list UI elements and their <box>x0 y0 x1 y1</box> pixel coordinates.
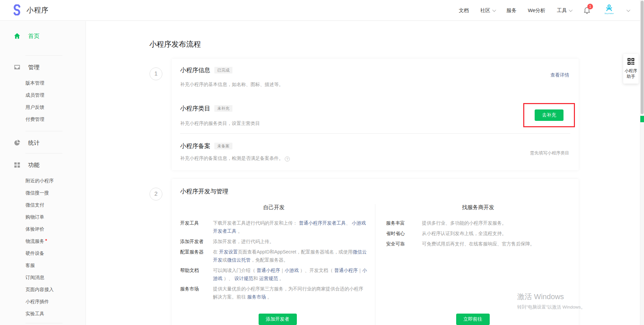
sidebar-item-home[interactable]: 首页 <box>0 30 86 42</box>
column-header-self-dev: 自己开发 <box>180 204 368 212</box>
step-number-2: 2 <box>150 188 162 200</box>
item-desc: 补充小程序的备案信息，检测是否满足备案条件。? <box>180 155 290 161</box>
assistant-panel[interactable]: 小程序 助手 <box>623 54 639 84</box>
top-bar: 小程序 文档 社区 服务 We分析 工具 1 Skychaker <box>0 0 644 21</box>
inline-link[interactable]: 普通小程序开发者工具 <box>299 220 346 226</box>
sidebar-item-experimental-tools[interactable]: 实验工具 <box>0 308 86 320</box>
sidebar-item-wechat-pay[interactable]: 微信支付 <box>0 199 86 211</box>
go-now-button[interactable]: 立即前往 <box>456 314 490 325</box>
sidebar-item-miniprogram-plugins[interactable]: 小程序插件 <box>0 296 86 308</box>
new-badge-dot <box>45 239 47 241</box>
page-title: 小程序发布流程 <box>149 39 201 49</box>
row-label: 省时省心 <box>386 229 422 237</box>
sidebar-divider <box>25 131 62 131</box>
help-icon[interactable]: ? <box>285 156 290 161</box>
sidebar-item-hardware-devices[interactable]: 硬件设备 <box>0 247 86 260</box>
inline-link[interactable]: 普通小程序 <box>334 268 358 273</box>
sidebar-section-features[interactable]: 功能 <box>0 159 86 171</box>
inline-link[interactable]: 普通小程序 <box>257 268 280 273</box>
scrollbar-green-marker <box>640 116 644 122</box>
sidebar-item-nearby-miniprograms[interactable]: 附近的小程序 <box>0 175 86 187</box>
add-developer-button[interactable]: 添加开发者 <box>259 314 297 325</box>
nav-service[interactable]: 服务 <box>506 7 517 14</box>
nav-community[interactable]: 社区 <box>480 7 495 14</box>
row-text: 提供多行业、多功能的小程序开发服务。 <box>422 219 570 227</box>
nav-tools-label: 工具 <box>557 7 567 14</box>
sidebar-item-subscription-messages[interactable]: 订阅消息 <box>0 272 86 284</box>
sidebar-divider <box>25 323 62 323</box>
prerequisite-note: 需先填写小程序类目 <box>530 150 569 156</box>
card-divider <box>180 133 570 134</box>
view-details-link[interactable]: 查看详情 <box>550 72 569 78</box>
dev-row: 安全可靠 可免费试用后再支付、在线客服响应、官方售后保障。 <box>386 240 570 248</box>
dev-row: 配置服务器 在 开发设置页面查看AppID和AppSecret，配置服务器域名，… <box>180 248 368 264</box>
app-logo[interactable]: 小程序 <box>11 4 49 15</box>
inline-link[interactable]: 小游戏 <box>285 268 299 273</box>
status-badge: 未补充 <box>214 105 232 112</box>
inline-link[interactable]: 服务市场 <box>247 294 266 299</box>
sidebar-section-label: 统计 <box>28 139 40 147</box>
chevron-down-icon <box>569 8 573 12</box>
sidebar-item-wechat-search[interactable]: 微信搜一搜 <box>0 187 86 199</box>
item-title: 小程序类目 <box>180 104 210 112</box>
sidebar-home-label: 首页 <box>28 32 40 40</box>
row-label: 帮助文档 <box>180 266 213 282</box>
sidebar-item-page-content-access[interactable]: 页面内容接入 <box>0 284 86 296</box>
row-text: 添加开发者，进行代码上传。 <box>213 237 368 245</box>
column-header-vendor-dev: 找服务商开发 <box>386 204 570 212</box>
row-text: 可以阅读入门介绍（ 普通小程序｜小游戏 ）、开发文档（ 普通小程序｜小游戏 ）、… <box>213 266 368 282</box>
section-title: 小程序开发与管理 <box>180 187 228 195</box>
row-label: 服务丰富 <box>386 219 422 227</box>
dev-row: 省时省心 从小程序认证到发布上线，全流程支持。 <box>386 229 570 237</box>
info-item-head: 小程序信息 已完成 <box>180 66 232 74</box>
inline-link[interactable]: 开发设置 <box>219 249 238 254</box>
account-chevron-icon[interactable] <box>627 8 630 12</box>
windows-activation-watermark: 激活 Windows 转到"电脑设置"以激活 Windows。 <box>517 292 585 310</box>
row-label: 服务市场 <box>180 285 213 301</box>
row-text: 下载开发者工具进行代码的开发和上传： 普通小程序开发者工具、 小游戏开发者工具 … <box>213 219 368 235</box>
status-badge: 未备案 <box>214 143 232 149</box>
nav-docs[interactable]: 文档 <box>459 7 469 14</box>
inline-link[interactable]: 微信云托管 <box>227 257 251 263</box>
dev-row: 服务市场 提供大量优质的小程序第三方服务，为不同行业的商家提供合适的小程序解决方… <box>180 285 368 301</box>
fill-category-button[interactable]: 去补充 <box>535 109 564 121</box>
step1-card: 小程序信息 已完成 补充小程序的基本信息，如名称、图标、描述等。 查看详情 小程… <box>172 59 579 170</box>
nav-tools[interactable]: 工具 <box>557 7 572 14</box>
scrollbar-thumb[interactable] <box>641 1 644 114</box>
nav-weanalysis[interactable]: We分析 <box>528 7 545 14</box>
sidebar-item-customer-service[interactable]: 客服 <box>0 260 86 272</box>
sidebar-item-shopping-orders[interactable]: 购物订单 <box>0 211 86 223</box>
sidebar-section-statistics[interactable]: 统计 <box>0 137 86 149</box>
inline-link[interactable]: 运营规范 <box>259 276 278 281</box>
dev-row: 开发工具 下载开发者工具进行代码的开发和上传： 普通小程序开发者工具、 小游戏开… <box>180 219 368 235</box>
top-nav: 文档 社区 服务 We分析 工具 1 Skychaker <box>459 0 629 21</box>
dev-row: 添加开发者 添加开发者，进行代码上传。 <box>180 237 368 245</box>
nav-community-label: 社区 <box>480 7 490 14</box>
notification-bell[interactable]: 1 <box>583 6 592 15</box>
logo-title: 小程序 <box>26 5 49 15</box>
sidebar-item-user-feedback[interactable]: 用户反馈 <box>0 101 86 113</box>
category-item-head: 小程序类目 未补充 <box>180 104 232 112</box>
sidebar-divider <box>25 153 62 153</box>
row-label: 安全可靠 <box>386 240 422 248</box>
row-label: 添加开发者 <box>180 237 213 245</box>
dev-row: 服务丰富 提供多行业、多功能的小程序开发服务。 <box>386 219 570 227</box>
home-icon <box>13 32 21 40</box>
inline-link[interactable]: 设计规范 <box>234 276 253 281</box>
sidebar-item-version-management[interactable]: 版本管理 <box>0 77 86 89</box>
beian-item-head: 小程序备案 未备案 <box>180 142 232 150</box>
item-title: 小程序备案 <box>180 142 210 150</box>
row-text: 从小程序认证到发布上线，全流程支持。 <box>422 229 570 237</box>
status-badge: 已完成 <box>214 67 232 74</box>
sidebar-item-payment-management[interactable]: 付费管理 <box>0 113 86 126</box>
sidebar-item-experience-rating[interactable]: 体验评价 <box>0 223 86 235</box>
sidebar-section-management[interactable]: 管理 <box>0 61 86 73</box>
sidebar-item-logistics-service[interactable]: 物流服务 <box>0 235 86 247</box>
account-avatar-icon <box>605 4 613 12</box>
avatar[interactable]: Skychaker <box>603 4 615 17</box>
miniprogram-logo-icon <box>11 4 22 15</box>
row-text: 在 开发设置页面查看AppID和AppSecret，配置服务器域名，或使用微信云… <box>213 248 368 264</box>
step-number-1: 1 <box>150 67 162 80</box>
scrollbar-track[interactable] <box>640 0 644 325</box>
sidebar-item-member-management[interactable]: 成员管理 <box>0 89 86 101</box>
